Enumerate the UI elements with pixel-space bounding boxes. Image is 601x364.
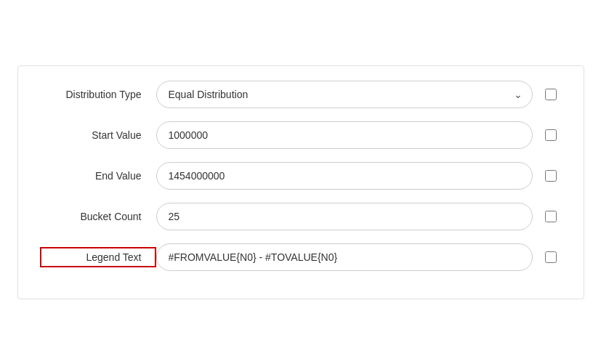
bucket-count-label: Bucket Count	[40, 211, 156, 222]
bucket-count-checkbox[interactable]	[545, 211, 557, 222]
distribution-type-row: Distribution Type Equal Distribution Man…	[40, 81, 562, 108]
start-value-label: Start Value	[40, 129, 156, 141]
settings-panel: Distribution Type Equal Distribution Man…	[17, 65, 584, 299]
start-value-row: Start Value	[40, 121, 562, 149]
distribution-type-checkbox[interactable]	[545, 89, 557, 100]
end-value-checkbox-col	[540, 170, 562, 182]
legend-text-wrapper	[156, 243, 533, 271]
legend-text-checkbox-col	[540, 251, 562, 263]
start-value-wrapper	[156, 121, 533, 149]
distribution-type-checkbox-col	[540, 89, 562, 100]
start-value-input[interactable]	[156, 121, 533, 149]
end-value-input[interactable]	[156, 162, 533, 190]
end-value-wrapper	[156, 162, 533, 190]
legend-text-label: Legend Text	[40, 247, 156, 267]
start-value-checkbox[interactable]	[545, 129, 557, 141]
start-value-checkbox-col	[540, 129, 562, 141]
end-value-checkbox[interactable]	[545, 170, 557, 182]
end-value-label: End Value	[40, 170, 156, 182]
distribution-type-select[interactable]: Equal Distribution Manual Quantile	[156, 81, 533, 108]
distribution-type-label: Distribution Type	[40, 89, 156, 100]
bucket-count-row: Bucket Count	[40, 203, 562, 230]
bucket-count-input[interactable]	[156, 203, 533, 230]
bucket-count-checkbox-col	[540, 211, 562, 222]
legend-text-row: Legend Text	[40, 243, 562, 271]
bucket-count-wrapper	[156, 203, 533, 230]
legend-text-checkbox[interactable]	[545, 251, 557, 263]
legend-text-input[interactable]	[156, 243, 533, 271]
end-value-row: End Value	[40, 162, 562, 190]
distribution-type-wrapper: Equal Distribution Manual Quantile ⌄	[156, 81, 533, 108]
